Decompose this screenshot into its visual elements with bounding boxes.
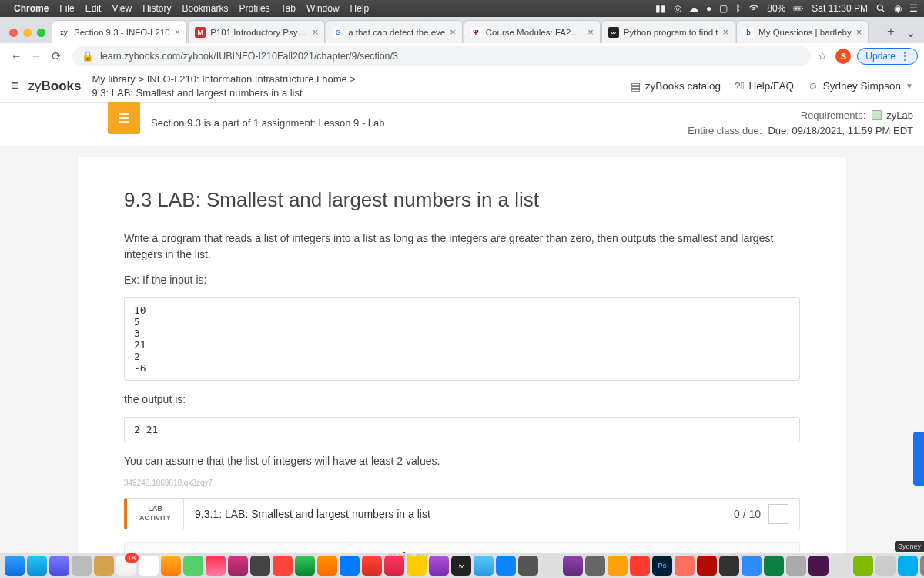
dock-app-icon[interactable]: [161, 556, 181, 576]
dock-finder-icon[interactable]: [5, 556, 25, 576]
dock-app-icon[interactable]: [719, 556, 739, 576]
tab-close-icon[interactable]: ×: [588, 26, 594, 38]
tab-overflow-icon[interactable]: ⌄: [901, 25, 919, 40]
menu-file[interactable]: File: [59, 3, 74, 14]
browser-tab[interactable]: ∞Python program to find t×: [601, 20, 735, 43]
tab-close-icon[interactable]: ×: [450, 26, 456, 38]
minimize-window-button[interactable]: [23, 29, 32, 37]
dock-app-icon[interactable]: [407, 556, 427, 576]
chrome-tabstrip: zySection 9.3 - INFO-I 210×MP101 Introdu…: [0, 17, 924, 43]
back-button[interactable]: ←: [6, 46, 26, 66]
menu-profiles[interactable]: Profiles: [239, 3, 270, 14]
bluetooth-icon[interactable]: ᛒ: [735, 3, 741, 14]
catalog-label: zyBooks catalog: [645, 80, 721, 92]
dock-app-icon[interactable]: [317, 556, 337, 576]
forward-button[interactable]: →: [26, 46, 46, 66]
dock-tv-icon[interactable]: tv: [451, 556, 471, 576]
dock-app-icon[interactable]: [496, 556, 516, 576]
dock-app-icon[interactable]: [72, 556, 92, 576]
user-menu[interactable]: ☺ Sydney Simpson ▼: [808, 80, 913, 92]
menu-app[interactable]: Chrome: [14, 3, 49, 14]
dock-app-icon[interactable]: [541, 556, 561, 576]
menu-window[interactable]: Window: [306, 3, 340, 14]
bookmark-star-icon[interactable]: ☆: [817, 49, 828, 63]
dock-app-icon[interactable]: [875, 556, 896, 576]
browser-tab[interactable]: Ga that can detect the eve×: [326, 20, 463, 43]
browser-tab[interactable]: MP101 Introductory Psycho×: [188, 20, 325, 43]
menu-bookmarks[interactable]: Bookmarks: [182, 3, 229, 14]
dock-acrobat-icon[interactable]: [697, 556, 717, 576]
screen-icon[interactable]: ▢: [719, 3, 728, 14]
dock-app-icon[interactable]: [94, 556, 114, 576]
dock-app-icon[interactable]: [898, 556, 918, 576]
menu-view[interactable]: View: [112, 3, 132, 14]
close-window-button[interactable]: [9, 29, 18, 37]
dock-app-icon[interactable]: [183, 556, 203, 576]
extension-badge[interactable]: S: [835, 49, 851, 64]
dock-app-icon[interactable]: [206, 556, 226, 576]
browser-tab[interactable]: ΨCourse Modules: FA21: I×: [464, 20, 601, 43]
dock-app-icon[interactable]: [295, 556, 315, 576]
dock-zoom-icon[interactable]: [742, 556, 762, 576]
zybooks-logo[interactable]: zyBooks: [28, 79, 82, 94]
tab-close-icon[interactable]: ×: [175, 26, 181, 38]
reload-button[interactable]: ⟳: [46, 46, 66, 66]
dock-app-icon[interactable]: [250, 556, 270, 576]
dock-app-icon[interactable]: [49, 556, 69, 576]
chrome-update-button[interactable]: Update ⋮: [857, 48, 918, 65]
dock-app-icon[interactable]: [228, 556, 248, 576]
dock-app-icon[interactable]: [630, 556, 650, 576]
control-center-icon[interactable]: ☰: [909, 3, 918, 14]
menu-edit[interactable]: Edit: [85, 3, 102, 14]
dock-app-icon[interactable]: [853, 556, 873, 576]
browser-tab[interactable]: zySection 9.3 - INFO-I 210×: [52, 20, 187, 43]
dock-slack-icon[interactable]: [808, 556, 829, 576]
dock-app-icon[interactable]: [675, 556, 695, 576]
help-link[interactable]: ?⃝ Help/FAQ: [735, 80, 794, 92]
dock-app-icon[interactable]: [139, 556, 159, 576]
spotlight-icon[interactable]: [875, 3, 886, 14]
dock-app-icon[interactable]: [831, 556, 851, 576]
tab-close-icon[interactable]: ×: [313, 26, 319, 38]
dock-app-icon[interactable]: [362, 556, 382, 576]
wifi-icon[interactable]: [748, 3, 759, 14]
tab-close-icon[interactable]: ×: [723, 26, 729, 38]
spiral-icon[interactable]: ◎: [674, 3, 681, 14]
address-bar[interactable]: 🔒 learn.zybooks.com/zybook/IUBINFO-I210F…: [72, 46, 811, 66]
battery-icon[interactable]: [793, 3, 804, 14]
help-label: Help/FAQ: [748, 80, 794, 92]
dock-app-icon[interactable]: [920, 556, 924, 576]
dock-ps-icon[interactable]: Ps: [652, 556, 672, 576]
dot-icon[interactable]: ●: [706, 3, 711, 14]
dock-app-icon[interactable]: [585, 556, 605, 576]
video-icon[interactable]: ▮▮: [655, 3, 666, 14]
hamburger-icon[interactable]: ≡: [11, 78, 19, 94]
menu-help[interactable]: Help: [350, 3, 370, 14]
dock-app-icon[interactable]: [273, 556, 293, 576]
catalog-link[interactable]: ▤ zyBooks catalog: [631, 80, 721, 92]
dock-app-icon[interactable]: [340, 556, 360, 576]
dock-mail-icon[interactable]: [116, 556, 136, 576]
dock-music-icon[interactable]: [384, 556, 404, 576]
dock-app-icon[interactable]: [518, 556, 538, 576]
tab-close-icon[interactable]: ×: [856, 26, 862, 38]
maximize-window-button[interactable]: [37, 29, 45, 37]
menu-history[interactable]: History: [142, 3, 171, 14]
dock-app-icon[interactable]: [474, 556, 494, 576]
dock-app-icon[interactable]: [563, 556, 583, 576]
new-tab-button[interactable]: +: [881, 22, 901, 42]
dock-podcasts-icon[interactable]: [429, 556, 449, 576]
breadcrumb-path[interactable]: My library > INFO-I 210: Information Inf…: [92, 72, 355, 86]
dock-safari-icon[interactable]: [27, 556, 47, 576]
browser-tab[interactable]: bMy Questions | bartleby×: [736, 20, 869, 43]
menu-tab[interactable]: Tab: [281, 3, 296, 14]
cloud-icon[interactable]: ☁: [689, 3, 698, 14]
siri-icon[interactable]: ◉: [894, 3, 902, 14]
dock-app-icon[interactable]: [764, 556, 784, 576]
dock-app-icon[interactable]: [786, 556, 806, 576]
clock[interactable]: Sat 11:30 PM: [812, 3, 868, 14]
dock-app-icon[interactable]: [608, 556, 628, 576]
side-widget[interactable]: [913, 432, 924, 486]
macos-menubar: Chrome File Edit View History Bookmarks …: [0, 0, 924, 17]
due-label: Entire class due:: [688, 123, 762, 139]
